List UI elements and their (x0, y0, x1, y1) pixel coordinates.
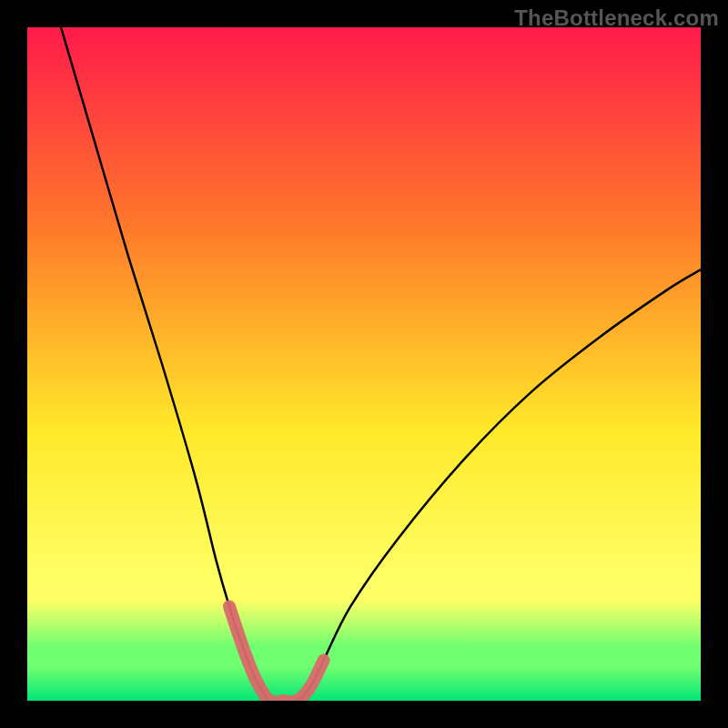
chart-frame: TheBottleneck.com (0, 0, 728, 728)
valley-highlight (229, 606, 324, 701)
plot-area (27, 27, 701, 701)
watermark: TheBottleneck.com (514, 5, 719, 31)
bottleneck-curve (61, 27, 701, 701)
curve-layer (27, 27, 701, 701)
